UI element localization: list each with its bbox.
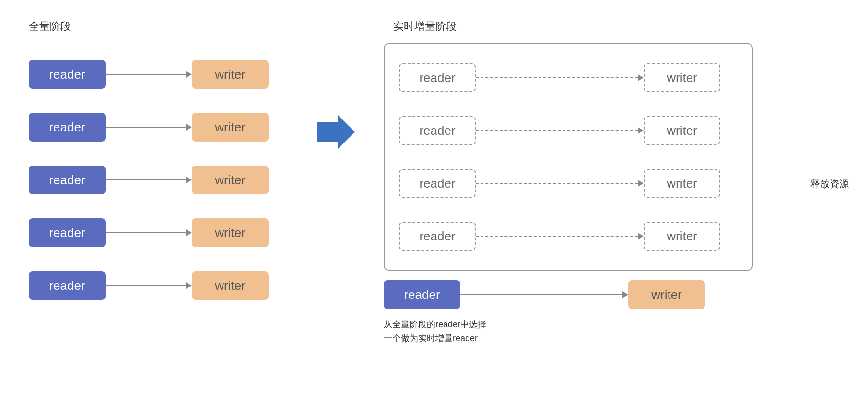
left-row-3: reader writer: [29, 154, 269, 206]
right-gray-writer-3: writer: [644, 169, 720, 198]
note-line-1: 从全量阶段的reader中选择: [384, 318, 839, 332]
right-gray-writer-2: writer: [644, 116, 720, 145]
left-reader-5: reader: [29, 271, 106, 300]
left-row-4: reader writer: [29, 206, 269, 259]
right-gray-row-4: reader writer: [399, 210, 738, 263]
left-arrow-3: [106, 177, 192, 183]
right-active-writer: writer: [628, 280, 705, 309]
big-arrow-icon: [317, 115, 355, 149]
left-reader-1: reader: [29, 60, 106, 89]
left-reader-2: reader: [29, 113, 106, 142]
left-reader-4: reader: [29, 218, 106, 247]
right-gray-reader-1: reader: [399, 63, 476, 92]
right-dashed-arrow-2: [476, 127, 644, 134]
right-gray-reader-4: reader: [399, 222, 476, 251]
left-rows-container: reader writer reader writer reader write…: [29, 48, 269, 312]
left-arrow-4: [106, 229, 192, 236]
left-arrow-2: [106, 124, 192, 131]
left-writer-2: writer: [192, 113, 269, 142]
right-gray-reader-2: reader: [399, 116, 476, 145]
right-active-arrow: [460, 291, 628, 298]
right-active-reader: reader: [384, 280, 460, 309]
bottom-note: 从全量阶段的reader中选择 一个做为实时增量reader: [384, 318, 839, 346]
right-section: 实时增量阶段 reader writer reader: [374, 19, 839, 346]
right-gray-row-3: reader writer: [399, 157, 738, 210]
right-dashed-arrow-1: [476, 74, 644, 81]
svg-marker-0: [317, 115, 355, 149]
note-line-2: 一个做为实时增量reader: [384, 332, 839, 346]
right-active-row: reader writer: [384, 275, 839, 314]
right-dashed-arrow-3: [476, 180, 644, 187]
left-section-title: 全量阶段: [29, 19, 71, 34]
left-row-2: reader writer: [29, 101, 269, 154]
left-writer-4: writer: [192, 218, 269, 247]
left-writer-3: writer: [192, 166, 269, 194]
right-content: reader writer reader writer: [374, 43, 839, 346]
right-dashed-arrow-4: [476, 233, 644, 239]
dashed-box: reader writer reader writer: [384, 43, 753, 271]
left-arrow-1: [106, 71, 192, 78]
left-arrow-5: [106, 282, 192, 289]
left-reader-3: reader: [29, 166, 106, 194]
left-section: 全量阶段 reader writer reader writer reader …: [29, 19, 297, 312]
right-gray-writer-1: writer: [644, 63, 720, 92]
left-writer-5: writer: [192, 271, 269, 300]
diagram-container: 全量阶段 reader writer reader writer reader …: [0, 0, 868, 394]
left-row-5: reader writer: [29, 259, 269, 312]
left-row-1: reader writer: [29, 48, 269, 101]
right-section-title: 实时增量阶段: [393, 19, 457, 34]
right-gray-row-1: reader writer: [399, 51, 738, 104]
right-gray-reader-3: reader: [399, 169, 476, 198]
left-writer-1: writer: [192, 60, 269, 89]
release-label: 释放资源: [810, 178, 849, 191]
big-arrow-container: [297, 115, 374, 149]
right-gray-writer-4: writer: [644, 222, 720, 251]
right-gray-row-2: reader writer: [399, 104, 738, 157]
